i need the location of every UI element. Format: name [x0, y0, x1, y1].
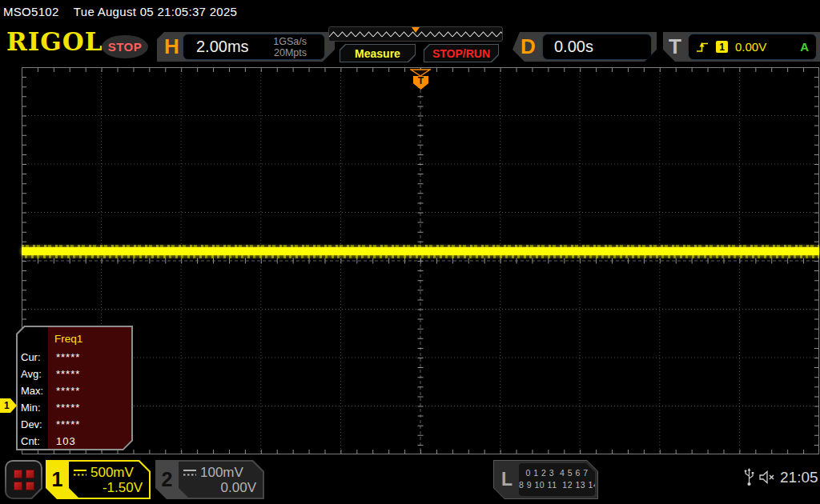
delay-value: 0.00s	[554, 38, 593, 56]
delay-label: D	[521, 32, 536, 62]
trigger-source-badge: 1	[716, 41, 728, 53]
rigol-logo: RIGOL	[6, 27, 103, 57]
channel1-status-box[interactable]: 1 500mV -1.50V	[46, 460, 151, 499]
stop-run-button[interactable]: STOP/RUN	[424, 44, 499, 62]
timebase-value: 2.00ms	[196, 38, 249, 56]
run-state-indicator: STOP	[102, 35, 148, 58]
datetime-text: Tue August 05 21:05:37 2025	[74, 5, 237, 18]
measurement-panel-body: Freq1 Cur: ***** Avg: ***** Max: ***** M…	[18, 327, 131, 449]
measurement-row: Min: *****	[21, 399, 130, 416]
dc-coupling-icon	[74, 469, 86, 477]
digital-channel-list: 0 1 2 3 4 5 6 7 8 9 10 11 12 13 14 15	[519, 463, 595, 496]
trigger-sweep-mode: A	[800, 40, 809, 54]
channel1-trace	[22, 245, 819, 258]
dc-coupling-icon	[183, 469, 196, 477]
digital-row-bottom: 8 9 10 11 12 13 14 15	[519, 479, 595, 491]
measurement-title: Freq1	[54, 333, 82, 345]
measurement-panel[interactable]: Freq1 Cur: ***** Avg: ***** Max: ***** M…	[16, 326, 133, 450]
channel2-number: 2	[155, 460, 179, 499]
memory-depth: 20Mpts	[274, 47, 307, 58]
graticule	[22, 67, 819, 454]
trigger-position-triangle-icon[interactable]	[410, 69, 431, 77]
channel2-scale: 100mV	[200, 465, 243, 480]
measure-button-label: Measure	[340, 45, 415, 62]
rising-edge-icon	[696, 40, 709, 54]
menu-tile-button[interactable]	[5, 460, 42, 499]
measurement-row: Avg: *****	[21, 366, 130, 382]
device-model: MSO5102	[3, 5, 59, 18]
trigger-label: T	[669, 32, 681, 62]
digital-label: L	[501, 461, 512, 498]
trigger-settings-box[interactable]: T 1 0.00V A	[663, 32, 820, 62]
measurement-row: Cur: *****	[21, 349, 130, 366]
stop-run-button-label: STOP/RUN	[424, 45, 498, 62]
measurement-row: Cnt: 103	[21, 433, 130, 450]
speaker-muted-icon[interactable]	[758, 470, 778, 484]
trigger-level-value: 0.00V	[735, 40, 766, 54]
overview-trigger-position-icon	[412, 27, 420, 33]
waveform-overview-strip[interactable]	[328, 26, 503, 42]
measurement-row: Dev: *****	[21, 416, 130, 433]
trigger-display: 1 0.00V A	[688, 34, 817, 60]
channel2-readout: 100mV 0.00V	[179, 462, 263, 498]
digital-channels-body: L 0 1 2 3 4 5 6 7 8 9 10 11 12 13 14 15	[494, 461, 597, 498]
channel1-scale: 500mV	[90, 465, 134, 480]
measure-button[interactable]: Measure	[340, 44, 416, 62]
measurement-rows: Cur: ***** Avg: ***** Max: ***** Min: **…	[21, 349, 130, 450]
delay-display: 0.00s	[542, 34, 652, 60]
channel1-number: 1	[46, 460, 69, 499]
digital-row-top: 0 1 2 3 4 5 6 7	[519, 467, 595, 479]
channel1-offset: -1.50V	[74, 480, 143, 495]
acquisition-info: 1GSa/s 20Mpts	[273, 36, 307, 58]
channel1-readout: 500mV -1.50V	[69, 462, 149, 498]
horizontal-label: H	[164, 32, 179, 62]
channel1-ground-marker[interactable]: 1	[0, 398, 17, 413]
channel2-status-box[interactable]: 2 100mV 0.00V	[155, 460, 264, 499]
delay-settings-box[interactable]: D 0.00s	[512, 32, 657, 62]
sample-rate: 1GSa/s	[273, 36, 307, 47]
titlebar: MSO5102 Tue August 05 21:05:37 2025	[3, 5, 237, 18]
menu-grid-icon	[6, 462, 41, 498]
channel2-offset: 0.00V	[183, 480, 256, 495]
clock-text: 21:05	[780, 469, 818, 486]
measurement-row: Max: *****	[21, 382, 130, 399]
digital-channels-box[interactable]: L 0 1 2 3 4 5 6 7 8 9 10 11 12 13 14 15	[493, 460, 598, 499]
usb-icon	[743, 467, 755, 488]
timebase-display: 2.00ms 1GSa/s 20Mpts	[183, 34, 325, 60]
horizontal-settings-box[interactable]: H 2.00ms 1GSa/s 20Mpts	[157, 32, 335, 62]
